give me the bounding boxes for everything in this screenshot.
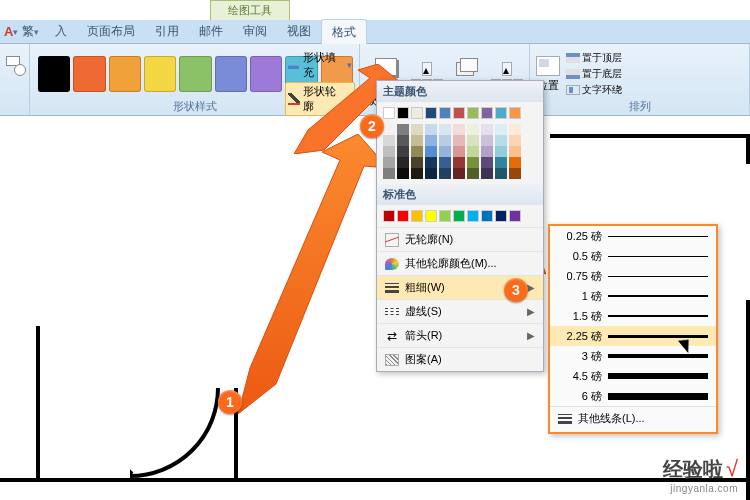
color-swatch[interactable]: [495, 146, 507, 157]
color-swatch[interactable]: [383, 157, 395, 168]
style-swatch[interactable]: [144, 56, 176, 92]
weight-option[interactable]: 1 磅: [550, 286, 716, 306]
color-swatch[interactable]: [397, 135, 409, 146]
color-swatch[interactable]: [411, 210, 423, 222]
font-color-button[interactable]: A▾ 繁▾: [4, 23, 39, 40]
tab-references[interactable]: 引用: [145, 19, 189, 44]
color-swatch[interactable]: [481, 135, 493, 146]
tab-review[interactable]: 审阅: [233, 19, 277, 44]
style-swatch[interactable]: [109, 56, 141, 92]
style-swatch[interactable]: [215, 56, 247, 92]
color-swatch[interactable]: [383, 210, 395, 222]
tab-format[interactable]: 格式: [321, 19, 367, 46]
color-swatch[interactable]: [425, 146, 437, 157]
color-swatch[interactable]: [397, 107, 409, 119]
color-swatch[interactable]: [425, 135, 437, 146]
color-swatch[interactable]: [495, 210, 507, 222]
color-swatch[interactable]: [509, 168, 521, 179]
color-swatch[interactable]: [453, 124, 465, 135]
color-swatch[interactable]: [397, 146, 409, 157]
color-swatch[interactable]: [481, 146, 493, 157]
color-swatch[interactable]: [467, 124, 479, 135]
color-swatch[interactable]: [453, 168, 465, 179]
color-swatch[interactable]: [467, 107, 479, 119]
weight-option[interactable]: 0.75 磅: [550, 266, 716, 286]
color-swatch[interactable]: [509, 135, 521, 146]
wall-segment[interactable]: [550, 134, 750, 138]
color-swatch[interactable]: [397, 124, 409, 135]
color-swatch[interactable]: [383, 124, 395, 135]
color-swatch[interactable]: [481, 210, 493, 222]
color-swatch[interactable]: [467, 157, 479, 168]
wall-segment[interactable]: [36, 326, 40, 482]
color-swatch[interactable]: [439, 157, 451, 168]
wall-segment[interactable]: [746, 300, 750, 500]
bring-to-front-button[interactable]: 置于顶层: [566, 50, 622, 66]
color-swatch[interactable]: [453, 135, 465, 146]
color-swatch[interactable]: [397, 157, 409, 168]
color-swatch[interactable]: [425, 107, 437, 119]
pattern-submenu-item[interactable]: 图案(A): [377, 347, 543, 371]
color-swatch[interactable]: [509, 157, 521, 168]
color-swatch[interactable]: [411, 135, 423, 146]
send-to-back-button[interactable]: 置于底层: [566, 66, 622, 82]
color-swatch[interactable]: [383, 168, 395, 179]
weight-option[interactable]: 1.5 磅: [550, 306, 716, 326]
color-swatch[interactable]: [439, 210, 451, 222]
weight-option[interactable]: 0.25 磅: [550, 226, 716, 246]
color-swatch[interactable]: [425, 210, 437, 222]
color-swatch[interactable]: [509, 107, 521, 119]
door-arc-shape[interactable]: [40, 298, 220, 478]
color-swatch[interactable]: [383, 107, 395, 119]
color-swatch[interactable]: [509, 210, 521, 222]
color-swatch[interactable]: [481, 107, 493, 119]
color-swatch[interactable]: [411, 157, 423, 168]
style-swatch[interactable]: [73, 56, 105, 92]
tab-mailings[interactable]: 邮件: [189, 19, 233, 44]
color-swatch[interactable]: [411, 124, 423, 135]
color-swatch[interactable]: [467, 146, 479, 157]
traditional-convert-button[interactable]: 繁: [22, 23, 34, 40]
weight-option[interactable]: 4.5 磅: [550, 366, 716, 386]
style-swatch[interactable]: [250, 56, 282, 92]
color-swatch[interactable]: [425, 124, 437, 135]
dashes-submenu-item[interactable]: 虚线(S) ▶: [377, 299, 543, 323]
text-wrap-button[interactable]: 文字环绕: [566, 82, 622, 98]
tab-view[interactable]: 视图: [277, 19, 321, 44]
style-swatch[interactable]: [179, 56, 211, 92]
color-swatch[interactable]: [453, 210, 465, 222]
color-swatch[interactable]: [509, 146, 521, 157]
color-swatch[interactable]: [495, 107, 507, 119]
color-swatch[interactable]: [481, 157, 493, 168]
color-swatch[interactable]: [509, 124, 521, 135]
color-swatch[interactable]: [439, 168, 451, 179]
color-swatch[interactable]: [495, 124, 507, 135]
weight-option[interactable]: 0.5 磅: [550, 246, 716, 266]
tab-page-layout[interactable]: 页面布局: [77, 19, 145, 44]
color-swatch[interactable]: [495, 135, 507, 146]
no-outline-item[interactable]: 无轮廓(N): [377, 227, 543, 251]
color-swatch[interactable]: [383, 135, 395, 146]
color-swatch[interactable]: [439, 107, 451, 119]
arrows-submenu-item[interactable]: ⇄ 箭头(R) ▶: [377, 323, 543, 347]
more-outline-colors-item[interactable]: 其他轮廓颜色(M)...: [377, 251, 543, 275]
color-swatch[interactable]: [439, 124, 451, 135]
color-swatch[interactable]: [411, 168, 423, 179]
color-swatch[interactable]: [495, 157, 507, 168]
color-swatch[interactable]: [467, 168, 479, 179]
color-swatch[interactable]: [439, 135, 451, 146]
more-lines-item[interactable]: 其他线条(L)...: [550, 406, 716, 430]
color-swatch[interactable]: [425, 157, 437, 168]
weight-option[interactable]: 6 磅: [550, 386, 716, 406]
color-swatch[interactable]: [397, 210, 409, 222]
color-swatch[interactable]: [481, 124, 493, 135]
color-swatch[interactable]: [397, 168, 409, 179]
color-swatch[interactable]: [453, 157, 465, 168]
color-swatch[interactable]: [411, 146, 423, 157]
color-swatch[interactable]: [467, 135, 479, 146]
color-swatch[interactable]: [481, 168, 493, 179]
color-swatch[interactable]: [453, 146, 465, 157]
color-swatch[interactable]: [467, 210, 479, 222]
tab-insert[interactable]: 入: [45, 19, 77, 44]
color-swatch[interactable]: [411, 107, 423, 119]
